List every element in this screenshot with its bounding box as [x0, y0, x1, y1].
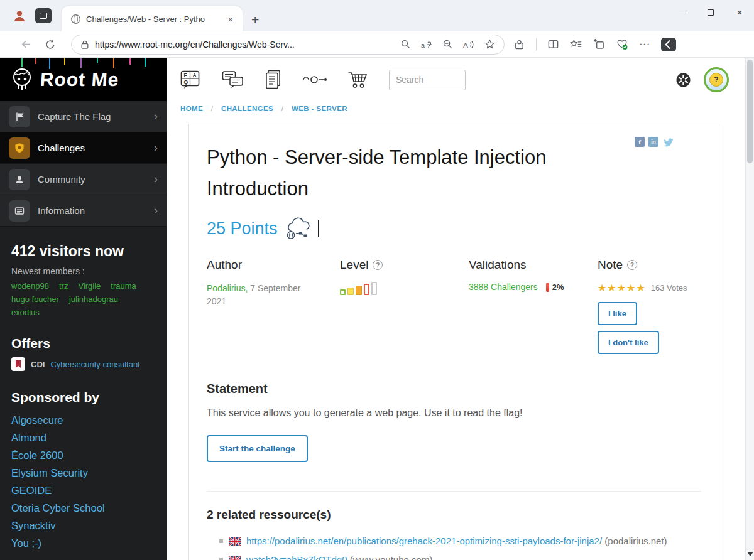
information-icon: [9, 200, 30, 222]
sidebar-item-community[interactable]: Community ›: [0, 164, 167, 195]
member-link[interactable]: exodius: [11, 308, 40, 317]
sidebar-item-challenges[interactable]: Challenges ›: [0, 132, 167, 164]
sidebar-item-information[interactable]: Information ›: [0, 195, 167, 227]
member-link[interactable]: wodenp98: [11, 281, 49, 291]
sponsor-link[interactable]: GEOIDE: [11, 482, 155, 499]
search-glass-icon[interactable]: [400, 39, 411, 50]
level-help-icon[interactable]: ?: [373, 260, 383, 270]
member-link[interactable]: julinhadograu: [69, 294, 118, 304]
search-input[interactable]: [389, 70, 466, 90]
sponsor-link[interactable]: École 2600: [11, 446, 155, 464]
page-scrollbar[interactable]: [745, 58, 754, 560]
faq-icon[interactable]: FAQ: [180, 70, 202, 89]
member-link[interactable]: Virgile: [78, 281, 101, 291]
twitter-icon[interactable]: [662, 137, 674, 147]
breadcrumb-separator: /: [211, 105, 214, 112]
address-bar[interactable]: https://www.root-me.org/en/Challenges/We…: [71, 35, 505, 55]
uk-flag-icon: [229, 556, 241, 560]
favorites-hub-icon[interactable]: [570, 38, 582, 50]
resource-link[interactable]: https://podalirius.net/en/publications/g…: [246, 536, 602, 546]
new-tab-button[interactable]: +: [243, 13, 268, 31]
points-value: 25 Points: [207, 219, 278, 239]
maximize-button[interactable]: [696, 0, 725, 25]
member-link[interactable]: trauma: [111, 281, 136, 291]
translate-icon[interactable]: a: [420, 39, 433, 50]
cart-icon[interactable]: [347, 70, 369, 89]
challengers-link[interactable]: 3888 Challengers: [469, 282, 538, 292]
sponsor-link[interactable]: Oteria Cyber School: [11, 499, 155, 517]
toolbar-right-icons: ⋯: [513, 38, 676, 51]
breadcrumb-challenges[interactable]: CHALLENGES: [221, 105, 273, 112]
scrollbar-thumb[interactable]: [747, 60, 753, 163]
user-avatar[interactable]: ?: [704, 67, 729, 92]
back-icon[interactable]: [14, 36, 38, 53]
facebook-icon[interactable]: f: [635, 137, 645, 147]
sponsor-link[interactable]: Synacktiv: [11, 517, 155, 534]
author-link[interactable]: Podalirius,: [207, 283, 248, 293]
copilot-sidebar-icon[interactable]: [661, 38, 676, 51]
visitors-heading: 412 visitors now: [11, 243, 155, 260]
breadcrumb-web-server[interactable]: WEB - SERVER: [292, 105, 347, 112]
svg-text:A: A: [193, 72, 197, 78]
refresh-icon[interactable]: [38, 36, 62, 53]
offer-item[interactable]: CDI Cybersecurity consultant: [11, 357, 155, 371]
challenges-icon: [9, 137, 30, 159]
minimize-button[interactable]: [667, 0, 696, 25]
stream-icon[interactable]: [302, 72, 327, 88]
member-link[interactable]: hugo foucher: [11, 294, 59, 304]
tab-close-icon[interactable]: ×: [224, 13, 236, 26]
chevron-right-icon: ›: [154, 110, 158, 123]
star-rating[interactable]: ★★★★★: [598, 282, 646, 294]
challenge-meta: Author Podalirius, 7 September 2021 Leve…: [207, 258, 701, 354]
like-button[interactable]: I like: [598, 302, 637, 325]
language-globe-icon[interactable]: [675, 72, 691, 88]
newest-members-list: wodenp98 trz Virgile trauma hugo foucher…: [11, 281, 155, 317]
active-tab[interactable]: Challenges/Web - Server : Pytho ×: [62, 6, 243, 31]
sponsor-link[interactable]: Algosecure: [11, 411, 155, 429]
rootme-logo[interactable]: Root Me: [0, 58, 167, 101]
close-button[interactable]: ×: [725, 0, 754, 25]
browser-profile-icon[interactable]: [10, 6, 29, 25]
member-link[interactable]: trz: [59, 281, 68, 291]
header-right: ?: [675, 67, 729, 92]
sponsor-link[interactable]: Almond: [11, 429, 155, 446]
resource-source: (www.youtube.com): [350, 554, 433, 560]
scroll-down-arrow[interactable]: [746, 550, 753, 557]
browser-toolbar: https://www.root-me.org/en/Challenges/We…: [0, 31, 754, 58]
url-text[interactable]: https://www.root-me.org/en/Challenges/We…: [95, 40, 395, 50]
social-share-icons: f in: [635, 137, 674, 147]
zoom-out-icon[interactable]: [442, 39, 453, 50]
meta-level: Level?: [340, 258, 469, 354]
read-aloud-icon[interactable]: A: [462, 39, 475, 50]
sidebar-nav: Capture The Flag › Challenges › Communit…: [0, 101, 167, 227]
resource-link[interactable]: watch?v=ahBxZkOTdg0: [246, 554, 347, 560]
settings-more-icon[interactable]: ⋯: [639, 38, 650, 51]
dislike-button[interactable]: I don't like: [598, 331, 659, 354]
split-screen-icon[interactable]: [547, 38, 559, 50]
docs-icon[interactable]: [265, 70, 282, 90]
lock-icon[interactable]: [80, 40, 89, 50]
linkedin-icon[interactable]: in: [648, 137, 658, 147]
sponsor-link[interactable]: You ;-): [11, 534, 155, 552]
extensions-icon[interactable]: [513, 38, 525, 50]
sidebar-item-capture-the-flag[interactable]: Capture The Flag ›: [0, 101, 167, 132]
newest-members-label: Newest members :: [11, 266, 155, 276]
tab-favicon: [70, 14, 81, 24]
workspaces-icon[interactable]: [35, 8, 52, 23]
forum-icon[interactable]: [222, 70, 244, 89]
cloud-network-icon: [284, 217, 310, 240]
meta-note: Note? ★★★★★ 163 Votes I like I don't lik…: [598, 258, 701, 354]
note-help-icon[interactable]: ?: [627, 260, 637, 270]
resources-heading: 2 related ressource(s): [207, 508, 701, 522]
start-challenge-button[interactable]: Start the challenge: [207, 435, 308, 462]
svg-text:Q: Q: [184, 79, 188, 85]
challenge-card: f in Python - Server-side Template Injec…: [188, 124, 719, 560]
favorite-star-icon[interactable]: [484, 39, 495, 50]
collections-icon[interactable]: [593, 38, 605, 50]
browser-essentials-icon[interactable]: [616, 38, 628, 50]
resource-item: https://podalirius.net/en/publications/g…: [219, 533, 701, 549]
sponsor-link[interactable]: Elysium Security: [11, 464, 155, 482]
breadcrumb-home[interactable]: HOME: [180, 105, 203, 112]
statement-heading: Statement: [207, 382, 701, 396]
level-indicator: [340, 282, 469, 295]
